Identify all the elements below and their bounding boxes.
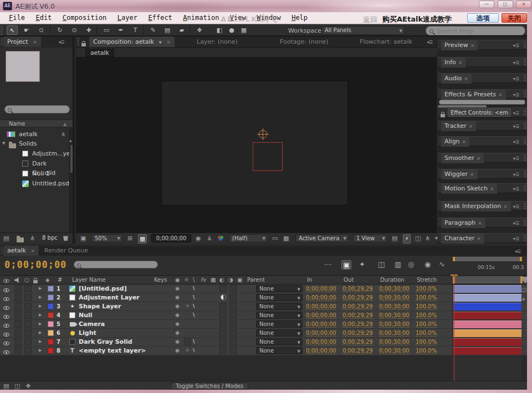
switch-cell[interactable] xyxy=(229,294,237,301)
close-button[interactable]: × xyxy=(516,1,531,8)
label-chip[interactable] xyxy=(48,294,54,301)
parent-dropdown[interactable]: None▼ xyxy=(256,347,303,354)
adjustment-layer-icon[interactable] xyxy=(221,294,226,302)
panel-menu-icon[interactable]: ▾☰ xyxy=(513,111,519,116)
switch-cell[interactable] xyxy=(219,347,227,354)
anchor-crosshair-icon[interactable] xyxy=(259,130,267,138)
playhead-line[interactable] xyxy=(454,275,454,381)
lock-cell[interactable] xyxy=(24,303,32,310)
layer-name[interactable]: Null xyxy=(79,312,93,319)
subtab-aetalk[interactable]: aetalk xyxy=(85,49,114,57)
tab-wiggler[interactable]: Wiggler× xyxy=(441,169,478,179)
work-area-end-handle[interactable] xyxy=(520,257,522,261)
collapse-switch-icon[interactable]: ☼ xyxy=(185,303,190,309)
in-value[interactable]: 0;00;00;00 xyxy=(306,348,336,354)
viewer-timecode[interactable]: 0;00;00;00 xyxy=(151,234,191,242)
pen-tool-icon[interactable]: ✒ xyxy=(115,25,126,35)
out-value[interactable]: 0;00;29;29 xyxy=(342,321,373,328)
auto-keyframe-icon[interactable]: ◉ xyxy=(424,260,431,268)
in-value[interactable]: 0;00;00;00 xyxy=(306,330,336,337)
stretch-column-label[interactable]: Stretch xyxy=(417,277,437,283)
close-icon[interactable]: × xyxy=(166,39,171,45)
panel-menu-icon[interactable]: ▾☰ xyxy=(513,124,519,129)
parent-dropdown[interactable]: None▼ xyxy=(256,338,303,345)
layer-duration-bar[interactable] xyxy=(453,347,521,355)
project-item-darkgray[interactable]: Dark Gr...olid xyxy=(0,159,69,168)
tab-info[interactable]: Info× xyxy=(441,58,466,68)
tab-timeline-aetalk[interactable]: aetalk × xyxy=(3,246,39,256)
toggle-switches-modes-button[interactable]: Toggle Switches / Modes xyxy=(171,382,248,390)
tab-render-queue[interactable]: Render Queue xyxy=(44,247,88,254)
axis-mode-icon[interactable]: ◧ xyxy=(214,25,225,35)
panel-menu-icon[interactable]: ▾☰ xyxy=(513,139,519,144)
tab-effects-presets[interactable]: Effects & Presets× xyxy=(441,90,506,100)
switch-cell[interactable] xyxy=(229,312,237,319)
project-item-aetalk[interactable]: aetalk ⋔ xyxy=(0,130,69,139)
shy-switch-icon[interactable]: ◉ xyxy=(175,312,180,318)
eraser-tool-icon[interactable]: ▰ xyxy=(176,25,187,35)
panel-menu-icon[interactable]: ▾☰ xyxy=(513,221,519,226)
audio-cell[interactable] xyxy=(14,329,22,337)
collapse-column-icon[interactable]: ☼ xyxy=(184,277,189,283)
label-chip[interactable] xyxy=(48,348,54,354)
audio-cell[interactable] xyxy=(14,294,22,301)
eye-icon[interactable] xyxy=(3,278,9,285)
label-chip[interactable] xyxy=(48,339,54,345)
switch-cell[interactable] xyxy=(229,329,237,337)
shy-switch-icon[interactable]: ◉ xyxy=(175,321,180,327)
panel-menu-icon[interactable]: ▾☰ xyxy=(513,60,519,65)
menu-animation[interactable]: Animation xyxy=(183,12,219,24)
timeline-search[interactable] xyxy=(74,261,158,268)
menu-effect[interactable]: Effect xyxy=(148,12,172,24)
project-item-psd[interactable]: Untitled.psd xyxy=(0,179,69,188)
sphere-icon[interactable]: ● xyxy=(226,25,237,35)
panel-menu-icon[interactable]: ▾☰ xyxy=(515,249,520,254)
out-column-label[interactable]: Out xyxy=(344,277,354,283)
quality-switch-icon[interactable]: \ xyxy=(193,294,195,300)
live-update-icon[interactable]: ✦ xyxy=(359,260,365,268)
project-name-header[interactable]: Name ▲ xyxy=(0,120,73,127)
tab-mask-interpolation[interactable]: Mask Interpolation× xyxy=(441,201,511,211)
tab-flowchart[interactable]: Flowchart: aetalk xyxy=(360,38,412,45)
tab-project[interactable]: Project × xyxy=(3,37,41,47)
duration-value[interactable]: 0;00;30;00 xyxy=(379,348,410,354)
zoom-tool-icon[interactable] xyxy=(35,25,47,35)
project-flowchart-icon[interactable]: ⋔ xyxy=(30,235,35,242)
duration-value[interactable]: 0;00;30;00 xyxy=(379,286,410,292)
region-icon[interactable]: ▭ xyxy=(272,234,278,242)
scroll-up-icon[interactable]: ▲ xyxy=(69,138,72,142)
sort-icon[interactable]: ▲ xyxy=(63,121,66,128)
out-value[interactable]: 0;00;29;29 xyxy=(342,348,373,354)
minimize-button[interactable]: — xyxy=(479,1,494,8)
layer-duration-bar[interactable] xyxy=(453,303,521,311)
switch-cell[interactable] xyxy=(229,347,237,354)
shy-switch-icon[interactable]: ◉ xyxy=(175,303,180,309)
close-icon[interactable]: × xyxy=(464,76,468,81)
stretch-value[interactable]: 100.0% xyxy=(416,348,437,354)
label-chip[interactable] xyxy=(48,303,54,309)
duration-value[interactable]: 0;00;30;00 xyxy=(379,312,410,319)
panel-menu-icon[interactable]: ▾☰ xyxy=(513,172,519,177)
layer-name[interactable]: Shape Layer xyxy=(79,303,121,310)
in-value[interactable]: 0;00;00;00 xyxy=(306,294,336,301)
close-icon[interactable]: × xyxy=(469,123,473,129)
parent-dropdown[interactable]: None▼ xyxy=(256,320,303,328)
layer-row-6[interactable]: ▶ 6 Light ◉ None▼ 0;00;00;00 0;00;29;29 … xyxy=(0,329,527,338)
trash-icon[interactable] xyxy=(63,235,68,241)
close-icon[interactable]: × xyxy=(503,204,508,209)
close-icon[interactable]: × xyxy=(477,156,481,161)
shy-switch-icon[interactable]: ◉ xyxy=(175,286,180,291)
lock-icon[interactable] xyxy=(441,114,445,117)
help-search[interactable] xyxy=(426,26,525,35)
switch-cell[interactable] xyxy=(229,303,237,310)
current-timecode[interactable]: 0;00;00;00 xyxy=(4,259,66,270)
shy-switch-icon[interactable]: ◉ xyxy=(175,348,180,353)
stretch-value[interactable]: 100.0% xyxy=(416,312,437,319)
lock-cell[interactable] xyxy=(24,294,32,301)
tab-character[interactable]: Character× xyxy=(441,234,484,244)
workspace-dropdown[interactable]: All Panels ▼ xyxy=(321,26,405,35)
parent-dropdown[interactable]: None▼ xyxy=(256,312,303,319)
puppet-pin-tool-icon[interactable]: ❖ xyxy=(194,25,205,35)
menu-file[interactable]: File xyxy=(9,12,25,24)
label-column-icon[interactable]: ◈ xyxy=(45,277,50,283)
